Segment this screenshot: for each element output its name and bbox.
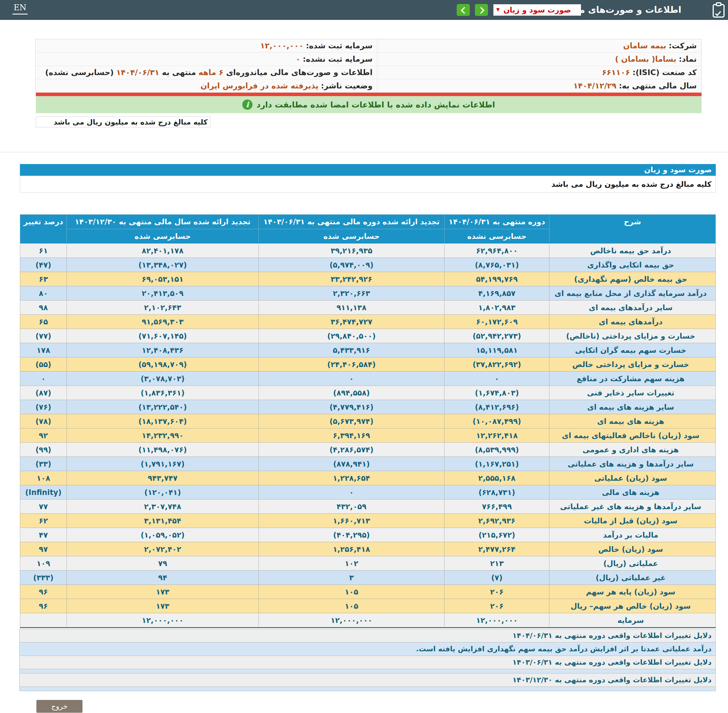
value-current-period: ۱۵,۱۱۹,۵۸۱ — [444, 343, 549, 357]
row-label: سود (زیان) قبل از مالیات — [549, 514, 716, 528]
row-label: سرمایه — [549, 613, 716, 628]
table-row: سرمایه ۱۲,۰۰۰,۰۰۰ ۱۲,۰۰۰,۰۰۰ ۱۲,۰۰۰,۰۰۰ — [20, 613, 716, 628]
red-divider — [36, 92, 701, 96]
statement-dropdown[interactable]: صورت سود و زیان ▾ — [493, 4, 581, 16]
value-percent-change: (Infinity) — [20, 485, 67, 500]
symbol-cell: نماد: بساما( بسامان ) — [377, 52, 701, 66]
value-previous-year: ۲,۰۷۲,۴۰۲ — [67, 542, 259, 556]
table-row: حق بیمه اتکایی واگذاری (۸,۷۶۵,۰۳۱) (۵,۹۷… — [20, 258, 716, 272]
unregistered-capital-cell: سرمایه ثبت نشده: ۰ — [36, 52, 377, 66]
value-current-period: (۵۲,۹۴۲,۲۷۳) — [444, 329, 549, 343]
company-value: بیمه سامان — [623, 41, 666, 50]
issuer-status-cell: وضعیت ناشر: پذیرفته شده در فرابورس ایران — [36, 79, 377, 92]
period-cell: اطلاعات و صورت‌های مالی میاندوره‌ای ۶ ما… — [36, 66, 377, 79]
header-description: شرح — [549, 215, 716, 244]
value-current-period: ۰ — [444, 371, 549, 386]
value-current-period: ۱۲,۲۶۲,۴۱۸ — [444, 428, 549, 443]
row-label: خسارت و مزایای پرداختی (ناخالص) — [549, 329, 716, 343]
top-bar: EN اطلاعات و صورت‌های مالی میاندوره‌ای ص… — [0, 0, 728, 20]
value-current-period: (۸,۵۳۹,۹۹۹) — [444, 443, 549, 457]
period-text: اطلاعات و صورت‌های مالی میاندوره‌ای — [224, 68, 372, 77]
period-end-date: ۱۴۰۴/۰۶/۳۱ — [116, 68, 160, 77]
previous-statement-button[interactable] — [457, 4, 470, 16]
info-row: نماد: بساما( بسامان ) سرمایه ثبت نشده: ۰ — [36, 52, 701, 66]
header-current-period: دوره منتهی به ۱۴۰۴/۰۶/۳۱ — [444, 215, 549, 229]
table-row: هزینه های مالی (۶۲۸,۷۳۱) ۰ (۱۲۰,۰۴۱) (In… — [20, 485, 716, 500]
row-label: درآمد حق بیمه ناخالص — [549, 244, 716, 258]
value-previous-year: ۳,۱۳۱,۴۵۴ — [67, 514, 259, 528]
row-label: سود (زیان) پایه هر سهم — [549, 585, 716, 599]
value-previous-year: (۱,۷۹۱,۱۶۷) — [67, 457, 259, 471]
value-current-period: ۶۲,۹۶۴,۸۰۰ — [444, 244, 549, 258]
statement-units-row: کلیه مبالغ درج شده به میلیون ریال می باش… — [20, 176, 716, 193]
table-header-row: شرح دوره منتهی به ۱۴۰۴/۰۶/۳۱ تجدید ارائه… — [20, 215, 716, 229]
value-percent-change: ۶۱ — [20, 244, 67, 258]
value-previous-year: (۷۱,۶۰۷,۱۴۵) — [67, 329, 259, 343]
value-current-period: ۲۰۶ — [444, 599, 549, 613]
next-statement-button[interactable] — [475, 4, 488, 16]
table-row: سود (زیان) پایه هر سهم ۲۰۶ ۱۰۵ ۱۷۳ ۹۶ — [20, 585, 716, 599]
subheader-current-audit: حسابرسی نشده — [444, 229, 549, 244]
company-label: شرکت: — [669, 41, 697, 50]
table-row: سود (زیان) ناخالص فعالیتهای بیمه ای ۱۲,۲… — [20, 428, 716, 443]
table-row: خسارت سهم بیمه گران اتکایی ۱۵,۱۱۹,۵۸۱ ۵,… — [20, 343, 716, 357]
value-previous-period: (۸۹۴,۵۵۸) — [259, 386, 444, 400]
value-previous-period: ۳۶,۴۷۴,۷۲۷ — [259, 315, 444, 329]
value-previous-period: (۴,۷۷۹,۴۱۶) — [259, 400, 444, 414]
language-link[interactable]: EN — [12, 3, 28, 15]
value-current-period: (۱,۱۶۷,۲۵۱) — [444, 457, 549, 471]
value-previous-year: ۱۴,۲۳۲,۹۹۰ — [67, 428, 259, 443]
value-previous-year: ۹۴ — [67, 571, 259, 585]
chevron-left-icon — [461, 7, 468, 13]
value-current-period: ۱,۸۰۲,۹۸۳ — [444, 300, 549, 315]
value-previous-period: (۵,۶۷۳,۹۷۴) — [259, 414, 444, 428]
table-row: سایر درآمدها و هزینه های غیر عملیاتی ۷۶۶… — [20, 500, 716, 514]
value-previous-year: ۲,۱۰۲,۶۴۳ — [67, 300, 259, 315]
value-previous-year: (۱۸,۱۳۷,۶۰۴) — [67, 414, 259, 428]
signature-match-text: اطلاعات نمایش داده شده با اطلاعات امضا ش… — [257, 100, 495, 109]
info-row: کد صنعت (ISIC): ۶۶۱۱۰۶ اطلاعات و صورت‌ها… — [36, 66, 701, 79]
value-previous-period: (۵,۹۷۴,۰۰۹) — [259, 258, 444, 272]
period-text: منتهی به — [159, 68, 196, 77]
value-percent-change: ۰ — [20, 371, 67, 386]
row-label: سایر هزینه های بیمه ای — [549, 400, 716, 414]
value-previous-year: (۱۱,۴۹۸,۰۷۶) — [67, 443, 259, 457]
value-previous-period: ۶,۳۹۴,۱۶۹ — [259, 428, 444, 443]
info-icon: i — [242, 100, 253, 110]
value-previous-period: ۰ — [259, 371, 444, 386]
value-current-period: ۲,۶۹۲,۹۳۶ — [444, 514, 549, 528]
row-label: هزینه های مالی — [549, 485, 716, 500]
value-previous-year: (۳,۰۷۸,۷۰۳) — [67, 371, 259, 386]
value-percent-change: ۹۶ — [20, 599, 67, 613]
value-previous-period: ۱۰۵ — [259, 599, 444, 613]
period-audit-status: (حسابرسی نشده) — [45, 68, 114, 77]
value-current-period: (۸,۴۱۲,۶۹۶) — [444, 400, 549, 414]
page: EN اطلاعات و صورت‌های مالی میاندوره‌ای ص… — [0, 0, 728, 713]
change-reason-row — [19, 686, 716, 691]
value-previous-period: ۱,۲۵۶,۴۱۸ — [259, 542, 444, 556]
value-current-period: ۲,۴۷۷,۲۶۴ — [444, 542, 549, 556]
exit-button[interactable]: خروج — [36, 700, 82, 713]
value-previous-year: (۵۹,۱۹۸,۷۰۹) — [67, 357, 259, 371]
value-previous-period: ۱,۲۲۸,۶۵۴ — [259, 471, 444, 485]
table-row: مالیات بر درآمد (۲۱۵,۶۷۲) (۴۰۴,۲۹۵) (۱,۰… — [20, 528, 716, 542]
value-current-period: ۴,۱۶۹,۸۵۷ — [444, 286, 549, 300]
symbol-value: بساما( بسامان ) — [615, 55, 677, 63]
table-row: هزینه سهم مشارکت در منافع ۰ ۰ (۳,۰۷۸,۷۰۳… — [20, 371, 716, 386]
value-percent-change: ۹۸ — [20, 300, 67, 315]
table-row: سایر درآمدها و هزینه های عملیاتی (۱,۱۶۷,… — [20, 457, 716, 471]
value-percent-change: ۶۳ — [20, 272, 67, 286]
value-previous-period: ۱۰۵ — [259, 585, 444, 599]
value-percent-change: ۱۷۸ — [20, 343, 67, 357]
value-previous-year: ۷۹ — [67, 556, 259, 571]
row-label: هزینه های بیمه ای — [549, 414, 716, 428]
row-label: حق بیمه اتکایی واگذاری — [549, 258, 716, 272]
value-previous-period: ۱۲,۰۰۰,۰۰۰ — [259, 613, 444, 628]
table-row: حق بیمه خالص (سهم نگهداری) ۵۴,۱۹۹,۷۶۹ ۳۳… — [20, 272, 716, 286]
chevron-right-icon — [477, 7, 484, 13]
value-current-period: (۱۰,۰۸۷,۴۹۹) — [444, 414, 549, 428]
row-label: درآمدهای بیمه ای — [549, 315, 716, 329]
value-previous-year: ۱۷۳ — [67, 599, 259, 613]
symbol-label: نماد: — [679, 55, 697, 63]
value-current-period: (۸,۷۶۵,۰۳۱) — [444, 258, 549, 272]
